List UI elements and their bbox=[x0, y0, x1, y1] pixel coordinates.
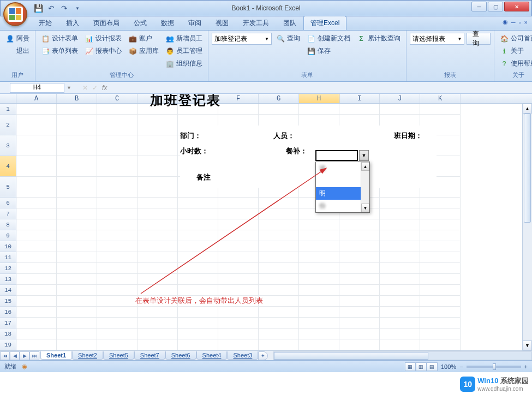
cell[interactable] bbox=[299, 307, 339, 318]
cell[interactable] bbox=[138, 307, 178, 318]
new-sheet-button[interactable]: ✦ bbox=[258, 351, 268, 360]
doc-minimize-icon[interactable]: ─ bbox=[511, 19, 516, 26]
cell[interactable] bbox=[138, 156, 178, 177]
dropdown-button[interactable]: ▼ bbox=[359, 150, 369, 161]
sheet-tab-Sheet1[interactable]: Sheet1 bbox=[40, 351, 72, 360]
sheet-tab-Sheet2[interactable]: Sheet2 bbox=[72, 351, 103, 360]
zoom-in-button[interactable]: + bbox=[524, 363, 528, 370]
cell[interactable] bbox=[16, 274, 57, 285]
cell[interactable] bbox=[57, 241, 97, 252]
row-header-4[interactable]: 4 bbox=[0, 156, 16, 177]
cell[interactable] bbox=[380, 329, 420, 339]
cell[interactable] bbox=[380, 198, 420, 208]
cell[interactable] bbox=[299, 252, 339, 263]
cell[interactable] bbox=[16, 198, 57, 208]
cell[interactable] bbox=[16, 329, 57, 339]
selected-cell[interactable] bbox=[315, 150, 358, 161]
cell[interactable] bbox=[57, 198, 97, 208]
cell[interactable] bbox=[420, 263, 461, 274]
ribbon-btn-退出[interactable]: 退出 bbox=[3, 45, 32, 57]
cell[interactable] bbox=[380, 241, 420, 252]
cell[interactable] bbox=[57, 263, 97, 274]
scroll-up-icon[interactable]: ▲ bbox=[361, 162, 369, 171]
cell[interactable] bbox=[57, 177, 97, 198]
ribbon-btn-使用帮助[interactable]: ?使用帮助 bbox=[498, 58, 532, 69]
cell[interactable] bbox=[299, 263, 339, 274]
row-header-15[interactable]: 15 bbox=[0, 296, 16, 307]
ribbon-select[interactable]: 加班登记表▼ bbox=[212, 33, 272, 45]
cell[interactable] bbox=[178, 318, 218, 329]
cell[interactable] bbox=[97, 208, 138, 219]
cell[interactable] bbox=[16, 241, 57, 252]
cell[interactable] bbox=[178, 307, 218, 318]
col-header-B[interactable]: B bbox=[57, 94, 97, 103]
row-header-9[interactable]: 9 bbox=[0, 230, 16, 241]
cell[interactable] bbox=[259, 198, 299, 208]
ribbon-btn-累计数查询[interactable]: Σ累计数查询 bbox=[355, 33, 403, 44]
cell[interactable] bbox=[259, 296, 299, 307]
cell[interactable] bbox=[138, 318, 178, 329]
vscroll-thumb[interactable] bbox=[524, 114, 531, 223]
ribbon-btn-应用库[interactable]: 📦应用库 bbox=[126, 45, 161, 57]
cell[interactable] bbox=[420, 339, 461, 350]
cell[interactable] bbox=[339, 296, 380, 307]
cell[interactable] bbox=[138, 208, 178, 219]
cell[interactable] bbox=[16, 252, 57, 263]
cell[interactable] bbox=[218, 198, 259, 208]
cell[interactable] bbox=[299, 339, 339, 350]
tab-开始[interactable]: 开始 bbox=[32, 16, 59, 30]
tab-开发工具[interactable]: 开发工具 bbox=[236, 16, 276, 30]
cell[interactable] bbox=[218, 307, 259, 318]
cell[interactable] bbox=[57, 208, 97, 219]
cell[interactable] bbox=[16, 230, 57, 241]
col-header-I[interactable]: I bbox=[339, 94, 380, 103]
tab-团队[interactable]: 团队 bbox=[276, 16, 303, 30]
cell[interactable] bbox=[97, 285, 138, 296]
cell[interactable] bbox=[259, 318, 299, 329]
macro-record-icon[interactable]: ◉ bbox=[22, 363, 27, 370]
cell[interactable] bbox=[259, 339, 299, 350]
cell[interactable] bbox=[138, 339, 178, 350]
cell[interactable] bbox=[57, 156, 97, 177]
cell[interactable] bbox=[380, 296, 420, 307]
horizontal-scrollbar[interactable] bbox=[273, 351, 532, 360]
minimize-button[interactable]: ─ bbox=[471, 2, 487, 11]
cell[interactable] bbox=[16, 318, 57, 329]
ribbon-btn-创建新文档[interactable]: 📄创建新文档 bbox=[304, 33, 352, 44]
cell[interactable] bbox=[259, 285, 299, 296]
cell[interactable] bbox=[218, 208, 259, 219]
cell[interactable] bbox=[97, 274, 138, 285]
cell[interactable] bbox=[178, 219, 218, 230]
row-header-18[interactable]: 18 bbox=[0, 329, 16, 339]
redo-icon[interactable]: ↷ bbox=[59, 3, 69, 13]
cell[interactable] bbox=[218, 318, 259, 329]
row-header-1[interactable]: 1 bbox=[0, 104, 16, 115]
cell[interactable] bbox=[259, 219, 299, 230]
cell[interactable] bbox=[420, 285, 461, 296]
cell[interactable] bbox=[57, 296, 97, 307]
cell[interactable] bbox=[339, 263, 380, 274]
cell[interactable] bbox=[178, 274, 218, 285]
cell[interactable] bbox=[259, 329, 299, 339]
cell[interactable] bbox=[97, 177, 138, 198]
row-header-14[interactable]: 14 bbox=[0, 285, 16, 296]
ribbon-btn-表单列表[interactable]: 📑表单列表 bbox=[39, 45, 80, 57]
cell[interactable] bbox=[57, 219, 97, 230]
cell[interactable] bbox=[299, 104, 339, 115]
cell[interactable] bbox=[299, 296, 339, 307]
cell[interactable] bbox=[299, 318, 339, 329]
maximize-button[interactable]: ▢ bbox=[488, 2, 503, 11]
cell[interactable] bbox=[420, 208, 461, 219]
cell[interactable] bbox=[138, 329, 178, 339]
ribbon-select[interactable]: 请选择报表▼ bbox=[410, 33, 464, 45]
cell[interactable] bbox=[178, 252, 218, 263]
cell[interactable] bbox=[218, 252, 259, 263]
tab-公式[interactable]: 公式 bbox=[127, 16, 154, 30]
cell[interactable] bbox=[339, 219, 380, 230]
cell[interactable] bbox=[380, 104, 420, 115]
first-sheet-button[interactable]: ⏮ bbox=[0, 351, 10, 360]
cell[interactable] bbox=[259, 274, 299, 285]
ribbon-btn-公司首页[interactable]: 🏠公司首页 bbox=[498, 33, 532, 44]
cell[interactable] bbox=[380, 230, 420, 241]
tab-审阅[interactable]: 审阅 bbox=[181, 16, 208, 30]
